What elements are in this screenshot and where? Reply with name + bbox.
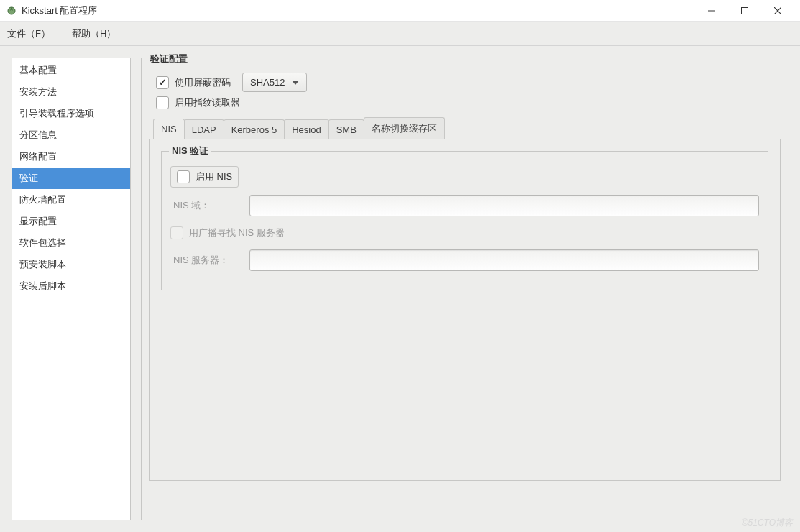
enable-nis-label: 启用 NIS: [196, 170, 232, 183]
sidebar-item-auth[interactable]: 验证: [12, 168, 130, 189]
menu-help[interactable]: 帮助（H）: [72, 27, 116, 40]
workspace: 基本配置 安装方法 引导装载程序选项 分区信息 网络配置 验证 防火墙配置 显示…: [0, 46, 800, 532]
sidebar-item-postinstall[interactable]: 安装后脚本: [12, 275, 130, 297]
watermark: ©51CTO博客: [742, 517, 793, 529]
tab-nscache[interactable]: 名称切换缓存区: [364, 117, 445, 139]
tab-smb[interactable]: SMB: [328, 119, 364, 139]
enable-nis-checkbox[interactable]: [177, 170, 190, 183]
sidebar-item-install-method[interactable]: 安装方法: [12, 81, 130, 103]
nis-broadcast-row: 用广播寻找 NIS 服务器: [170, 226, 759, 239]
svg-rect-2: [742, 7, 748, 14]
sidebar-item-basic[interactable]: 基本配置: [12, 60, 130, 81]
minimize-button[interactable]: [695, 0, 728, 22]
fingerprint-label: 启用指纹读取器: [175, 96, 240, 109]
sidebar-item-partition[interactable]: 分区信息: [12, 124, 130, 146]
hash-algorithm-combo[interactable]: SHA512: [242, 73, 307, 92]
chevron-down-icon: [292, 81, 299, 85]
enable-nis-row: 启用 NIS: [170, 166, 239, 188]
fingerprint-checkbox[interactable]: [156, 96, 169, 109]
nis-legend: NIS 验证: [169, 145, 211, 157]
tab-hesiod[interactable]: Hesiod: [284, 119, 328, 139]
menubar: 文件（F） 帮助（H）: [0, 22, 800, 46]
window-title: Kickstart 配置程序: [22, 4, 97, 17]
titlebar: Kickstart 配置程序: [0, 0, 800, 22]
nis-domain-input[interactable]: [249, 195, 759, 216]
sidebar: 基本配置 安装方法 引导装载程序选项 分区信息 网络配置 验证 防火墙配置 显示…: [12, 58, 131, 520]
sidebar-item-bootloader[interactable]: 引导装载程序选项: [12, 103, 130, 124]
app-icon: [6, 5, 17, 17]
hash-algorithm-value: SHA512: [250, 77, 285, 88]
nis-domain-row: NIS 域：: [170, 195, 759, 216]
sidebar-item-network[interactable]: 网络配置: [12, 146, 130, 168]
nis-broadcast-checkbox[interactable]: [170, 226, 183, 239]
tab-panel-nis: NIS 验证 启用 NIS NIS 域： 用广播寻找 NIS 服务器 NIS 服…: [149, 139, 781, 481]
sidebar-item-firewall[interactable]: 防火墙配置: [12, 189, 130, 211]
fingerprint-row: 启用指纹读取器: [149, 96, 781, 109]
nis-server-label: NIS 服务器：: [170, 254, 242, 267]
shadow-password-checkbox[interactable]: [156, 76, 169, 89]
nis-domain-label: NIS 域：: [170, 199, 242, 212]
menu-file[interactable]: 文件（F）: [7, 27, 50, 40]
tab-kerberos[interactable]: Kerberos 5: [224, 119, 285, 139]
nis-server-input[interactable]: [249, 249, 759, 271]
tab-ldap[interactable]: LDAP: [184, 119, 224, 139]
main-panel: 验证配置 使用屏蔽密码 SHA512 启用指纹读取器 NIS LDAP Kerb…: [141, 58, 788, 520]
shadow-password-row: 使用屏蔽密码 SHA512: [149, 73, 781, 92]
sidebar-item-display[interactable]: 显示配置: [12, 211, 130, 232]
auth-tabs: NIS LDAP Kerberos 5 Hesiod SMB 名称切换缓存区: [149, 116, 781, 139]
sidebar-item-preinstall[interactable]: 预安装脚本: [12, 254, 130, 275]
tab-nis[interactable]: NIS: [153, 119, 185, 139]
nis-server-row: NIS 服务器：: [170, 249, 759, 271]
sidebar-item-packages[interactable]: 软件包选择: [12, 232, 130, 254]
panel-title: 验证配置: [147, 52, 190, 65]
shadow-password-label: 使用屏蔽密码: [175, 76, 231, 89]
nis-fieldset: NIS 验证 启用 NIS NIS 域： 用广播寻找 NIS 服务器 NIS 服…: [161, 151, 768, 290]
maximize-button[interactable]: [728, 0, 761, 22]
nis-broadcast-label: 用广播寻找 NIS 服务器: [189, 226, 285, 239]
close-button[interactable]: [761, 0, 794, 22]
